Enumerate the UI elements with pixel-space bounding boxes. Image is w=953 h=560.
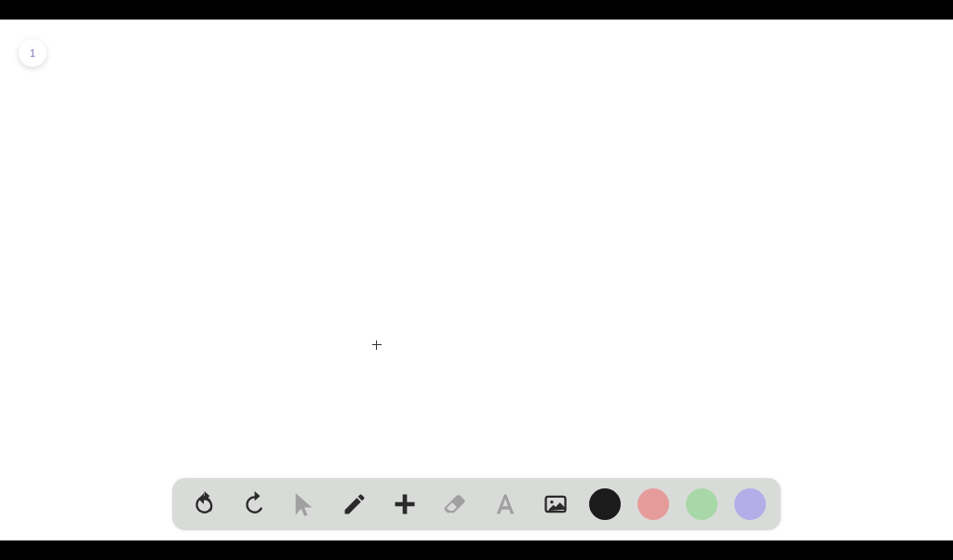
color-swatch-green[interactable] (686, 488, 718, 520)
letterbox-top (0, 0, 953, 20)
color-swatch-red[interactable] (638, 488, 669, 520)
letterbox-bottom (0, 540, 953, 560)
svg-point-1 (550, 500, 554, 504)
undo-button[interactable] (187, 487, 221, 521)
color-swatch-purple[interactable] (734, 488, 766, 520)
image-button[interactable] (539, 487, 572, 521)
text-button[interactable] (489, 487, 522, 521)
page-number-text: 1 (30, 47, 35, 59)
redo-button[interactable] (237, 487, 271, 521)
eraser-button[interactable] (438, 487, 472, 521)
add-button[interactable] (388, 487, 422, 521)
drawing-canvas[interactable] (0, 20, 953, 540)
pencil-icon (342, 491, 368, 517)
page-number-badge[interactable]: 1 (19, 39, 47, 67)
image-icon (543, 491, 569, 517)
eraser-icon (442, 491, 468, 517)
undo-icon (191, 491, 217, 517)
pointer-icon (291, 491, 317, 517)
text-icon (492, 491, 518, 517)
color-swatch-black[interactable] (589, 488, 621, 520)
plus-icon (392, 491, 418, 517)
redo-icon (241, 491, 267, 517)
toolbar (172, 478, 781, 530)
pointer-button[interactable] (288, 487, 321, 521)
pen-button[interactable] (338, 487, 371, 521)
